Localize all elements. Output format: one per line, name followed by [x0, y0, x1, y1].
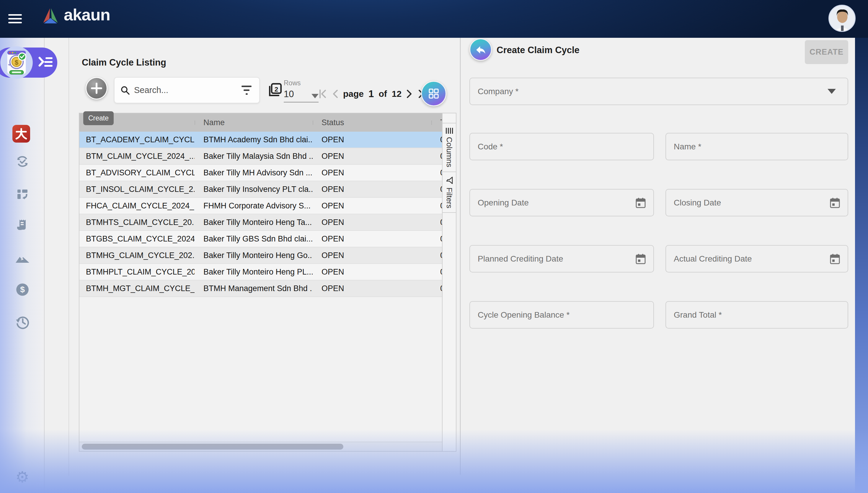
column-header-total[interactable]: T — [431, 118, 442, 127]
tab-columns-label: Columns — [444, 137, 454, 167]
create-tooltip: Create — [83, 111, 114, 125]
next-page-icon[interactable] — [406, 89, 413, 99]
listing-left-border — [68, 38, 69, 476]
table-row[interactable]: BTMHG_CLAIM_CYCLE_202... Baker Tilly Mon… — [80, 248, 442, 264]
rows-value: 10 — [284, 89, 294, 100]
code-field[interactable]: Code * — [470, 133, 654, 160]
name-field[interactable]: Name * — [666, 133, 848, 160]
calendar-icon[interactable] — [636, 254, 646, 264]
hamburger-menu-icon[interactable] — [8, 14, 22, 25]
terrain-icon — [15, 251, 30, 265]
table-row[interactable]: FHCA_CLAIM_CYCLE_2024_... FHMH Corporate… — [80, 198, 442, 214]
search-input[interactable] — [134, 85, 236, 95]
sync-check-icon — [15, 154, 29, 169]
sidebar-item-move[interactable] — [0, 187, 45, 201]
horizontal-scrollbar[interactable] — [80, 442, 442, 451]
search-box — [114, 77, 260, 103]
table-row[interactable]: BT_INSOL_CLAIM_CYCLE_2... Baker Tilly In… — [80, 181, 442, 198]
sidebar-item-receipts[interactable] — [0, 218, 45, 232]
gear-icon: ⚙ — [15, 469, 29, 485]
grid-icon — [427, 87, 440, 100]
sidebar-item-sync[interactable] — [0, 154, 45, 169]
back-arrow-icon — [474, 43, 487, 56]
column-layout-icon[interactable]: 2 — [267, 82, 284, 100]
table-row[interactable]: BTMHPLT_CLAIM_CYCLE_20... Baker Tilly Mo… — [80, 264, 442, 280]
calendar-icon[interactable] — [830, 254, 840, 264]
create-claim-cycle-button[interactable] — [86, 77, 107, 100]
rows-label: Rows — [284, 79, 319, 87]
column-header-status[interactable]: Status — [313, 118, 431, 127]
sidebar-item-terrain[interactable] — [0, 251, 45, 265]
closing-date-field[interactable]: Closing Date — [666, 189, 848, 216]
dai-app-icon[interactable] — [13, 125, 30, 143]
tab-filters-label: Filters — [444, 188, 454, 209]
filters-funnel-icon — [445, 176, 454, 185]
akaun-triangle-icon — [41, 7, 60, 24]
company-field[interactable]: Company * — [470, 78, 848, 105]
table-row[interactable]: BTMH_MGT_CLAIM_CYCLE_... BTMH Management… — [80, 280, 442, 297]
columns-icon — [446, 128, 453, 134]
form-title: Create Claim Cycle — [497, 45, 580, 56]
filter-icon[interactable] — [240, 84, 253, 97]
brand-name: akaun — [64, 6, 110, 25]
money-icon: $ — [15, 282, 30, 297]
planned-crediting-date-field[interactable]: Planned Crediting Date — [470, 245, 654, 273]
search-icon — [121, 86, 130, 95]
opening-date-field[interactable]: Opening Date — [470, 189, 654, 216]
table-header-row: Code Name Status T — [80, 113, 442, 132]
dropdown-caret-icon — [828, 89, 836, 94]
table-row[interactable]: BT_ADVISORY_CLAIM_CYCL... Baker Tilly MH… — [80, 165, 442, 181]
tab-filters[interactable]: Filters — [442, 172, 456, 213]
sidebar-item-history[interactable] — [0, 315, 45, 329]
back-button[interactable] — [470, 38, 492, 61]
actual-crediting-date-field[interactable]: Actual Crediting Date — [666, 245, 848, 273]
column-header-name[interactable]: Name — [195, 118, 313, 127]
calendar-icon[interactable] — [636, 197, 646, 208]
pagination: page 1 of 12 — [318, 87, 426, 101]
svg-text:2: 2 — [275, 86, 278, 93]
of-label: of — [378, 89, 387, 99]
tab-columns[interactable]: Columns — [442, 123, 456, 172]
table-row[interactable]: BTM_CLAIM_CYCLE_2024_... Baker Tilly Mal… — [80, 148, 442, 165]
rows-per-page-select[interactable]: Rows 10 — [284, 79, 319, 103]
rows-caret-icon — [311, 94, 319, 98]
app-sidebar: $ — [0, 38, 45, 493]
calendar-icon[interactable] — [830, 197, 840, 208]
grid-view-button[interactable] — [421, 81, 447, 106]
create-submit-button[interactable]: CREATE — [805, 40, 848, 64]
claim-cycle-table: Code Name Status T BT_ACADEMY_CLAIM_CYCL… — [79, 113, 442, 452]
scrollbar-thumb[interactable] — [82, 444, 343, 450]
history-icon — [15, 315, 30, 329]
user-avatar[interactable] — [828, 5, 855, 32]
table-side-tabs: Columns Filters — [442, 113, 456, 452]
receipt-icon — [15, 218, 29, 232]
table-row[interactable]: BTGBS_CLAIM_CYCLE_2024... Baker Tilly GB… — [80, 231, 442, 248]
page-right-gradient — [855, 38, 868, 493]
first-page-icon[interactable] — [318, 89, 327, 99]
panel-divider — [460, 38, 460, 475]
brand-logo[interactable]: akaun — [41, 6, 110, 25]
grand-total-field[interactable]: Grand Total * — [666, 301, 848, 328]
total-pages: 12 — [392, 89, 402, 99]
top-navbar: akaun — [0, 0, 868, 38]
page-label: page — [343, 89, 364, 99]
table-row[interactable]: BT_ACADEMY_CLAIM_CYCL... BTMH Academy Sd… — [80, 132, 442, 148]
move-transfer-icon — [15, 187, 29, 201]
svg-text:$: $ — [15, 59, 19, 66]
current-page-value[interactable]: 1 — [368, 88, 374, 100]
listing-title: Claim Cycle Listing — [82, 57, 166, 68]
app-root: akaun — [0, 0, 868, 493]
svg-text:$: $ — [20, 285, 25, 294]
user-photo-icon — [829, 6, 855, 31]
table-row[interactable]: BTMHTS_CLAIM_CYCLE_20... Baker Tilly Mon… — [80, 214, 442, 231]
sidebar-item-money[interactable]: $ — [0, 282, 45, 297]
sidebar-item-settings[interactable]: ⚙ — [0, 469, 45, 485]
prev-page-icon[interactable] — [332, 89, 338, 99]
cycle-opening-balance-field[interactable]: Cycle Opening Balance * — [470, 301, 654, 328]
claim-cycle-app-icon[interactable]: $ — [0, 46, 33, 79]
sidebar-toggle-icon[interactable] — [38, 56, 54, 70]
